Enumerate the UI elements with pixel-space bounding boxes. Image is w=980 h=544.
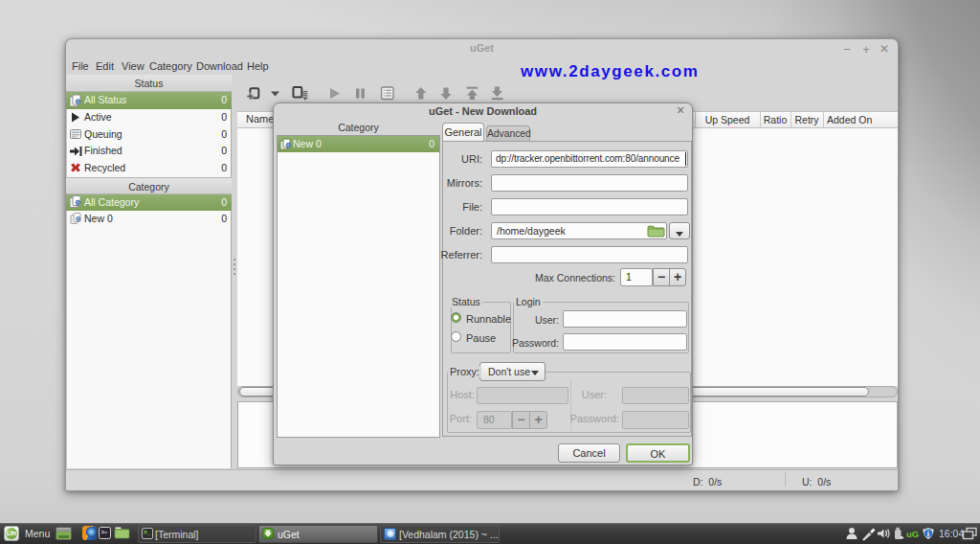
svg-text:uG: uG: [906, 529, 919, 539]
